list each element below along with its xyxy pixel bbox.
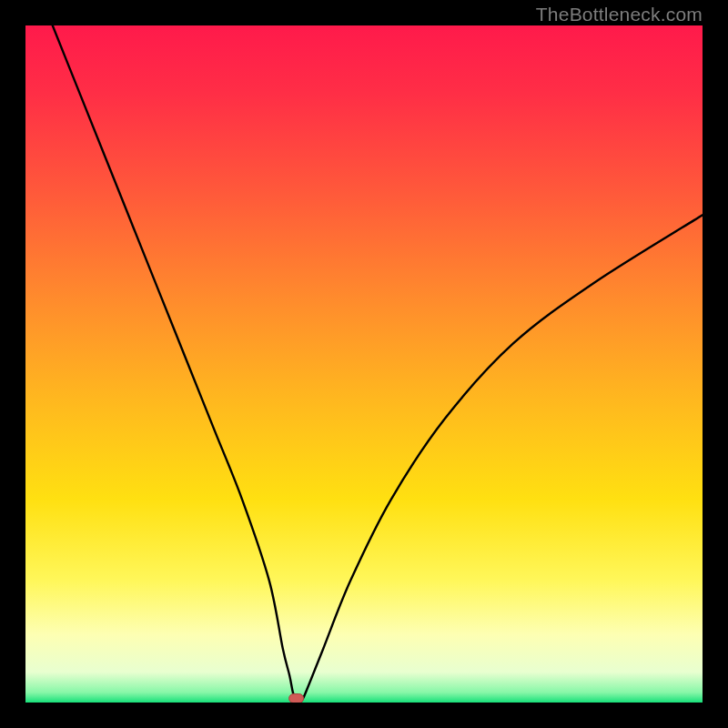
optimum-marker <box>289 694 304 703</box>
gradient-background <box>25 25 703 703</box>
plot-area <box>25 25 703 703</box>
watermark-text: TheBottleneck.com <box>536 4 703 25</box>
chart-svg <box>25 25 703 703</box>
chart-outer-frame: TheBottleneck.com <box>0 0 728 728</box>
